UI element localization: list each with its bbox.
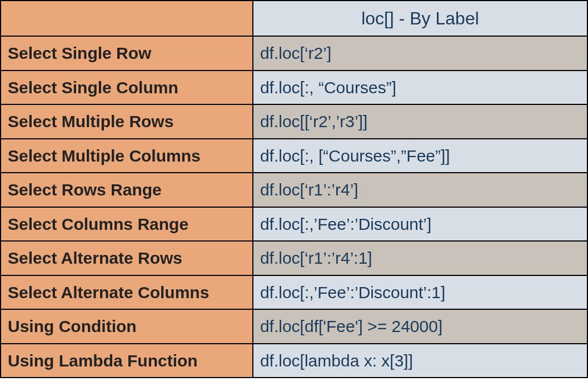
row-code: df.loc[:,’Fee’:’Discount’:1] [253,275,587,310]
row-code: df.loc[‘r1’:’r4’] [253,173,587,207]
table-row: Select Single Row df.loc[‘r2’] [1,36,587,71]
row-code: df.loc[[‘r2’,’r3’]] [253,104,587,139]
table-row: Using Condition df.loc[df['Fee'] >= 2400… [1,309,587,344]
row-code: df.loc[:,’Fee’:’Discount’] [253,207,587,242]
reference-table: loc[] - By Label Select Single Row df.lo… [0,0,588,378]
header-empty [1,1,253,36]
row-label: Select Multiple Columns [1,139,253,173]
row-label: Using Lambda Function [1,344,253,378]
row-code: df.loc[‘r2’] [253,36,587,71]
row-code: df.loc[df['Fee'] >= 24000] [253,309,587,344]
row-code: df.loc[lambda x: x[3]] [253,344,587,378]
table-row: Using Lambda Function df.loc[lambda x: x… [1,344,587,378]
table-row: Select Rows Range df.loc[‘r1’:’r4’] [1,173,587,207]
row-label: Select Alternate Columns [1,275,253,310]
row-label: Select Single Column [1,71,253,105]
header-title: loc[] - By Label [253,1,587,36]
table-row: Select Alternate Rows df.loc[‘r1’:’r4’:1… [1,241,587,275]
table-row: Select Multiple Columns df.loc[:, [“Cour… [1,139,587,173]
table-row: Select Single Column df.loc[:, “Courses”… [1,71,587,105]
table-row: Select Columns Range df.loc[:,’Fee’:’Dis… [1,207,587,242]
row-label: Select Columns Range [1,207,253,242]
row-label: Using Condition [1,309,253,344]
table-header-row: loc[] - By Label [1,1,587,36]
row-label: Select Alternate Rows [1,241,253,275]
table-row: Select Alternate Columns df.loc[:,’Fee’:… [1,275,587,310]
table-row: Select Multiple Rows df.loc[[‘r2’,’r3’]] [1,104,587,139]
row-label: Select Multiple Rows [1,104,253,139]
row-code: df.loc[:, “Courses”] [253,71,587,105]
row-code: df.loc[:, [“Courses”,”Fee”]] [253,139,587,173]
row-label: Select Single Row [1,36,253,71]
row-label: Select Rows Range [1,173,253,207]
row-code: df.loc[‘r1’:’r4’:1] [253,241,587,275]
